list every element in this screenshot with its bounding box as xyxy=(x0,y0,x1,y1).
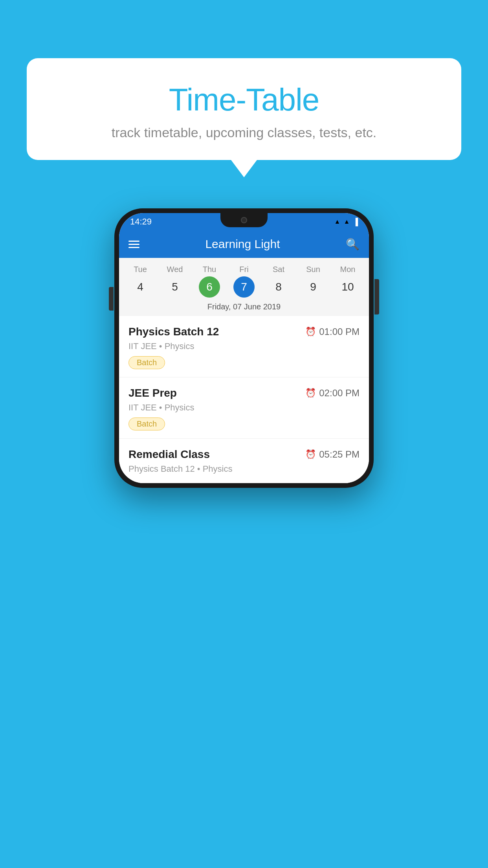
schedule-item[interactable]: Physics Batch 12⏰01:00 PMIIT JEE • Physi… xyxy=(119,316,369,377)
batch-badge: Batch xyxy=(128,417,165,430)
schedule-time: ⏰05:25 PM xyxy=(305,449,360,460)
status-time: 14:29 xyxy=(130,217,152,227)
day-number: 8 xyxy=(268,276,289,298)
calendar-day[interactable]: Thu6 xyxy=(194,265,224,298)
schedule-item-header: Physics Batch 12⏰01:00 PM xyxy=(128,326,360,338)
schedule-title: JEE Prep xyxy=(128,387,177,399)
search-icon[interactable]: 🔍 xyxy=(346,238,360,251)
day-name: Tue xyxy=(134,265,147,274)
day-name: Mon xyxy=(340,265,356,274)
batch-badge: Batch xyxy=(128,356,165,369)
schedule-subtitle: IIT JEE • Physics xyxy=(128,341,360,351)
day-name: Sat xyxy=(273,265,284,274)
day-name: Fri xyxy=(239,265,248,274)
calendar-day[interactable]: Sat8 xyxy=(264,265,294,298)
phone-inner: 14:29 ▲ ▲ ▐ Learning Light 🔍 Tue xyxy=(119,213,369,483)
day-name: Wed xyxy=(167,265,183,274)
calendar-day[interactable]: Wed5 xyxy=(160,265,190,298)
time-text: 01:00 PM xyxy=(319,326,360,337)
schedule-item[interactable]: Remedial Class⏰05:25 PMPhysics Batch 12 … xyxy=(119,439,369,483)
selected-date-label: Friday, 07 June 2019 xyxy=(119,299,369,316)
hamburger-menu[interactable] xyxy=(128,241,139,248)
schedule-title: Physics Batch 12 xyxy=(128,326,219,338)
schedule-item[interactable]: JEE Prep⏰02:00 PMIIT JEE • PhysicsBatch xyxy=(119,377,369,439)
app-bar-title: Learning Light xyxy=(205,237,280,251)
wifi-icon: ▲ xyxy=(334,218,341,225)
calendar-day[interactable]: Tue4 xyxy=(125,265,155,298)
schedule-subtitle: IIT JEE • Physics xyxy=(128,403,360,413)
clock-icon: ⏰ xyxy=(305,327,316,337)
days-row: Tue4Wed5Thu6Fri7Sat8Sun9Mon10 xyxy=(119,262,369,299)
day-name: Thu xyxy=(203,265,216,274)
phone-outer: 14:29 ▲ ▲ ▐ Learning Light 🔍 Tue xyxy=(114,208,374,488)
battery-icon: ▐ xyxy=(353,218,358,226)
hamburger-line xyxy=(128,241,139,242)
tooltip-subtitle: track timetable, upcoming classes, tests… xyxy=(46,125,442,140)
camera-dot xyxy=(241,217,247,223)
clock-icon: ⏰ xyxy=(305,449,316,460)
app-bar: Learning Light 🔍 xyxy=(119,230,369,258)
time-text: 02:00 PM xyxy=(319,388,360,399)
schedule-list: Physics Batch 12⏰01:00 PMIIT JEE • Physi… xyxy=(119,316,369,483)
day-number: 9 xyxy=(303,276,324,298)
clock-icon: ⏰ xyxy=(305,388,316,398)
tooltip-card: Time-Table track timetable, upcoming cla… xyxy=(27,58,461,160)
hamburger-line xyxy=(128,244,139,245)
day-name: Sun xyxy=(306,265,320,274)
day-number: 5 xyxy=(164,276,185,298)
tooltip-title: Time-Table xyxy=(46,82,442,118)
day-number: 10 xyxy=(337,276,358,298)
calendar-section: Tue4Wed5Thu6Fri7Sat8Sun9Mon10 Friday, 07… xyxy=(119,258,369,316)
schedule-item-header: JEE Prep⏰02:00 PM xyxy=(128,387,360,399)
phone-notch xyxy=(220,213,268,227)
day-number: 4 xyxy=(130,276,151,298)
schedule-time: ⏰02:00 PM xyxy=(305,388,360,399)
time-text: 05:25 PM xyxy=(319,449,360,460)
day-number: 6 xyxy=(199,276,220,298)
hamburger-line xyxy=(128,247,139,248)
schedule-title: Remedial Class xyxy=(128,448,210,461)
schedule-subtitle: Physics Batch 12 • Physics xyxy=(128,464,360,474)
schedule-item-header: Remedial Class⏰05:25 PM xyxy=(128,448,360,461)
day-number: 7 xyxy=(233,276,255,298)
calendar-day[interactable]: Mon10 xyxy=(333,265,363,298)
calendar-day[interactable]: Sun9 xyxy=(298,265,328,298)
phone-mockup: 14:29 ▲ ▲ ▐ Learning Light 🔍 Tue xyxy=(114,208,374,488)
calendar-day[interactable]: Fri7 xyxy=(229,265,259,298)
status-icons: ▲ ▲ ▐ xyxy=(334,218,358,226)
signal-icon: ▲ xyxy=(343,218,350,225)
schedule-time: ⏰01:00 PM xyxy=(305,326,360,337)
